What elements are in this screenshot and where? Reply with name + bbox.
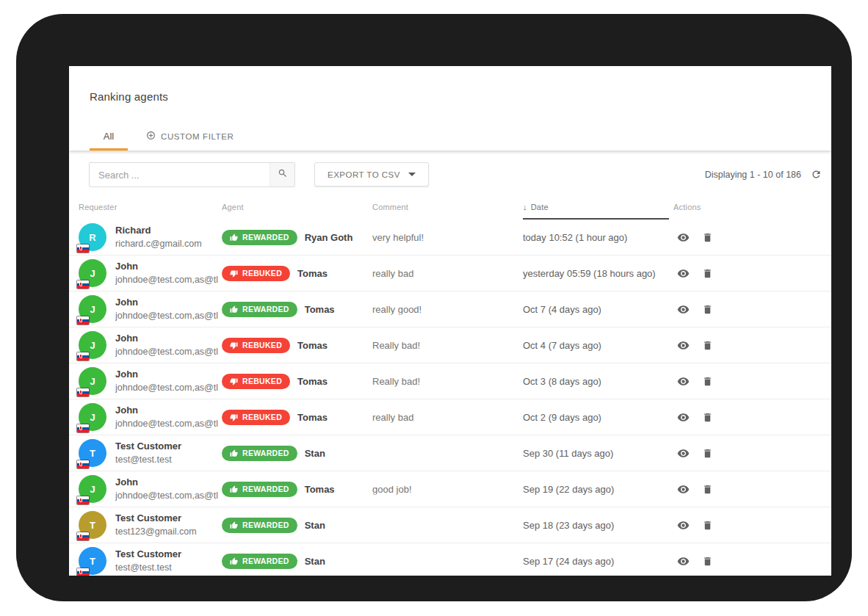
trash-icon (702, 232, 713, 243)
delete-button[interactable] (702, 520, 713, 531)
agent-cell: REWARDED Tomas (222, 291, 335, 327)
status-badge-label: REWARDED (242, 305, 289, 314)
delete-button[interactable] (702, 340, 713, 351)
status-badge-label: REWARDED (242, 449, 289, 457)
eye-icon (677, 519, 690, 532)
agent-cell: REBUKED Tomas (222, 256, 328, 291)
status-badge-label: REWARDED (242, 557, 289, 565)
thumb-up-icon (230, 305, 238, 314)
delete-button[interactable] (702, 268, 713, 279)
view-button[interactable] (677, 303, 690, 316)
avatar: J (79, 367, 106, 395)
requester-cell: John johndoe@test.com,as@tl (115, 477, 220, 501)
requester-email: test@test.test (115, 454, 220, 465)
agent-name: Tomas (297, 340, 328, 351)
status-badge: REBUKED (222, 338, 290, 353)
requester-name: John (115, 369, 220, 380)
view-button[interactable] (677, 411, 690, 424)
avatar: T (79, 547, 106, 575)
delete-button[interactable] (702, 304, 713, 315)
date-cell: Oct 2 (9 days ago) (523, 412, 601, 423)
actions-cell (677, 327, 713, 363)
view-button[interactable] (677, 447, 690, 460)
status-badge: REWARDED (222, 554, 297, 569)
search-button[interactable] (270, 163, 294, 186)
delete-button[interactable] (702, 556, 713, 567)
actions-cell (677, 363, 713, 399)
agent-name: Ryan Goth (305, 232, 353, 243)
status-badge-label: REBUKED (242, 377, 282, 385)
agent-cell: REBUKED Tomas (222, 399, 328, 435)
tab-custom-filter[interactable]: CUSTOM FILTER (143, 124, 236, 151)
delete-button[interactable] (702, 412, 713, 423)
requester-cell: John johndoe@test.com,as@tl (115, 261, 220, 285)
trash-icon (702, 376, 713, 387)
eye-icon (677, 555, 690, 568)
caret-down-icon (408, 173, 416, 176)
column-header-date-label: Date (531, 203, 549, 211)
thumb-down-icon (230, 269, 238, 278)
comment-cell: really bad (372, 412, 413, 423)
requester-cell: Test Customer test123@gmail.com (115, 512, 220, 537)
agent-cell: REWARDED Stan (222, 435, 325, 471)
date-cell: Sep 19 (22 days ago) (523, 484, 614, 495)
search-input[interactable] (90, 163, 270, 186)
agent-name: Stan (305, 556, 325, 567)
table-row: J John johndoe@test.com,as@tl REBUKED To… (69, 399, 831, 435)
status-badge-label: REBUKED (242, 341, 282, 349)
view-button[interactable] (677, 375, 690, 388)
table-row: T Test Customer test@test.test REWARDED … (69, 435, 831, 471)
actions-cell (677, 399, 713, 435)
actions-cell (677, 507, 713, 543)
agent-cell: REBUKED Tomas (222, 363, 328, 399)
thumb-up-icon (230, 521, 238, 529)
view-button[interactable] (677, 231, 690, 244)
date-cell: Oct 4 (7 days ago) (523, 340, 601, 351)
table-row: J John johndoe@test.com,as@tl REWARDED T… (69, 471, 831, 507)
status-badge-label: REBUKED (242, 413, 282, 421)
column-header-comment[interactable]: Comment (372, 203, 408, 211)
requester-email: johndoe@test.com,as@tl (115, 490, 220, 501)
delete-button[interactable] (702, 484, 713, 495)
requester-email: johndoe@test.com,as@tl (115, 311, 220, 321)
requester-email: johndoe@test.com,as@tl (115, 418, 220, 429)
agent-cell: REWARDED Stan (222, 507, 325, 543)
requester-cell: John johndoe@test.com,as@tl (115, 333, 220, 357)
tab-all[interactable]: All (90, 124, 128, 151)
comment-cell: very helpful! (372, 232, 424, 243)
view-button[interactable] (677, 555, 690, 568)
table-row: J John johndoe@test.com,as@tl REBUKED To… (69, 363, 831, 399)
column-header-date[interactable]: ↓ Date (523, 203, 549, 211)
status-badge-label: REWARDED (242, 485, 289, 493)
thumb-up-icon (230, 233, 238, 242)
sort-descending-icon: ↓ (523, 203, 527, 211)
delete-button[interactable] (702, 376, 713, 387)
view-button[interactable] (677, 267, 690, 280)
avatar: R (79, 223, 106, 251)
agent-name: Tomas (305, 484, 335, 495)
table-row: J John johndoe@test.com,as@tl REBUKED To… (69, 327, 831, 363)
avatar: T (79, 439, 106, 467)
refresh-icon[interactable] (811, 169, 822, 180)
requester-name: John (115, 405, 220, 416)
requester-email: test@test.test (115, 562, 220, 573)
eye-icon (677, 483, 690, 496)
export-to-csv-label: EXPORT TO CSV (328, 170, 400, 179)
export-to-csv-button[interactable]: EXPORT TO CSV (314, 162, 429, 186)
column-header-agent[interactable]: Agent (222, 203, 244, 211)
slovakia-flag-icon (77, 568, 89, 576)
tab-custom-filter-label: CUSTOM FILTER (161, 132, 234, 141)
date-cell: Oct 7 (4 days ago) (523, 304, 601, 315)
delete-button[interactable] (702, 232, 713, 243)
actions-cell (677, 435, 713, 471)
view-button[interactable] (677, 339, 690, 352)
comment-cell: Really bad! (372, 376, 420, 387)
view-button[interactable] (677, 519, 690, 532)
trash-icon (702, 412, 713, 423)
delete-button[interactable] (702, 448, 713, 459)
view-button[interactable] (677, 483, 690, 496)
column-header-requester[interactable]: Requester (79, 203, 117, 211)
status-badge-label: REWARDED (242, 233, 289, 242)
table-row: T Test Customer test@test.test REWARDED … (69, 543, 831, 576)
requester-email: johndoe@test.com,as@tl (115, 347, 220, 357)
